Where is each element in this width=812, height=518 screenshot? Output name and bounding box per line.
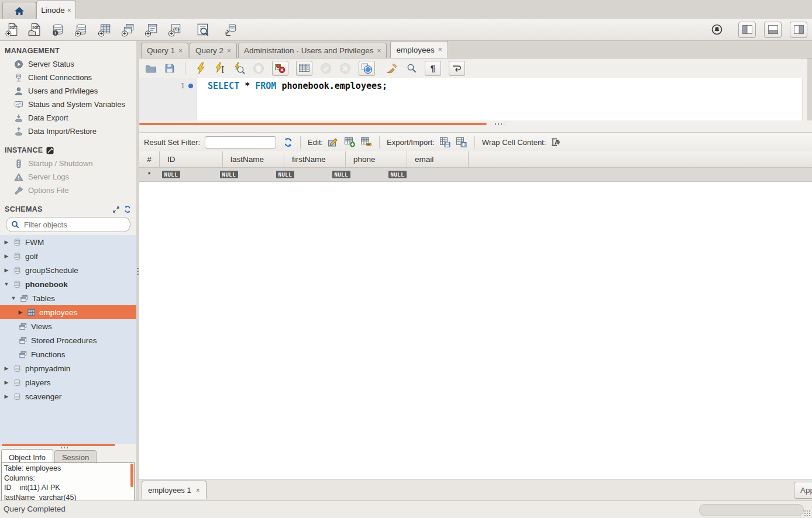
sidebar-item-server-logs[interactable]: Server Logs bbox=[0, 170, 136, 184]
grid-cell-id[interactable]: NULL bbox=[159, 171, 217, 178]
execute-current-statement-icon[interactable] bbox=[214, 62, 225, 74]
schema-filter-input[interactable] bbox=[23, 220, 128, 230]
column-header-id[interactable]: ID bbox=[160, 151, 223, 167]
schema-tree-item-tables[interactable]: ▼ Tables bbox=[0, 291, 136, 305]
connection-tab[interactable]: Linode × bbox=[36, 1, 76, 19]
close-icon[interactable]: × bbox=[67, 6, 71, 15]
notification-bell-icon[interactable] bbox=[711, 23, 723, 36]
sidebar-item-data-import[interactable]: Data Import/Restore bbox=[0, 125, 136, 138]
apply-button[interactable]: Apply bbox=[794, 482, 812, 499]
grid-new-row[interactable]: * NULL NULL NULL NULL NULL bbox=[139, 168, 812, 182]
sidebar-splitter[interactable] bbox=[0, 444, 136, 448]
column-header-rownum[interactable]: # bbox=[139, 151, 160, 167]
new-query-tab-icon[interactable]: SQL bbox=[5, 22, 19, 37]
delete-row-icon[interactable] bbox=[360, 137, 372, 147]
create-function-icon[interactable]: {0} bbox=[167, 22, 183, 37]
object-info-scrollbar[interactable] bbox=[130, 464, 133, 487]
create-view-icon[interactable] bbox=[121, 22, 136, 37]
schema-tree-item-groupschedule[interactable]: ▶ groupSchedule bbox=[0, 263, 136, 277]
sidebar-item-client-connections[interactable]: Client Connections bbox=[0, 71, 136, 84]
wrap-text-toggle[interactable] bbox=[449, 61, 465, 76]
create-table-icon[interactable] bbox=[97, 22, 112, 37]
editor-vertical-scrollbar[interactable] bbox=[802, 78, 807, 120]
tab-query-1[interactable]: Query 1 × bbox=[141, 43, 188, 58]
open-sql-script-icon[interactable]: SQL bbox=[27, 22, 42, 37]
splitter-grip[interactable] bbox=[495, 123, 504, 125]
reconnect-dbms-icon[interactable] bbox=[223, 22, 239, 37]
wrap-cell-content-icon[interactable]: A bbox=[550, 137, 561, 147]
limit-rows-toggle[interactable] bbox=[296, 61, 312, 76]
refresh-results-icon[interactable] bbox=[283, 137, 293, 147]
horizontal-scrollbar-thumb[interactable] bbox=[699, 504, 804, 516]
column-header-firstname[interactable]: firstName bbox=[284, 151, 346, 167]
import-recordset-icon[interactable] bbox=[456, 137, 467, 148]
stop-on-error-toggle[interactable] bbox=[272, 61, 288, 76]
beautify-sql-icon[interactable] bbox=[386, 63, 398, 74]
sidebar-item-startup-shutdown[interactable]: Startup / Shutdown bbox=[0, 157, 136, 170]
find-icon[interactable] bbox=[406, 63, 417, 74]
schema-tree-item-players[interactable]: ▶ players bbox=[0, 375, 136, 389]
close-icon[interactable]: × bbox=[178, 47, 183, 55]
result-tab-employees-1[interactable]: employees 1 × bbox=[142, 481, 207, 499]
close-icon[interactable]: × bbox=[377, 47, 381, 55]
chevron-icon[interactable]: ▶ bbox=[4, 267, 9, 273]
sidebar-item-server-status[interactable]: Server Status bbox=[0, 57, 136, 71]
schema-tree-item-fwm[interactable]: ▶ FWM bbox=[0, 235, 136, 249]
editor-result-splitter[interactable] bbox=[139, 120, 812, 132]
sql-code-line[interactable]: SELECT * FROM phonebook.employees; bbox=[197, 78, 802, 120]
close-icon[interactable]: × bbox=[196, 486, 200, 495]
tab-administration-users-privileges[interactable]: Administration - Users and Privileges × bbox=[238, 43, 387, 58]
column-header-phone[interactable]: phone bbox=[346, 151, 407, 167]
toggle-bottom-panel-button[interactable] bbox=[764, 22, 782, 38]
grid-cell-firstname[interactable]: NULL bbox=[273, 171, 329, 178]
autocommit-toggle[interactable] bbox=[359, 61, 375, 76]
schema-tree-item-stored-procedures[interactable]: Stored Procedures bbox=[0, 333, 136, 347]
chevron-icon[interactable]: ▶ bbox=[4, 253, 9, 259]
schema-tree-item-employees[interactable]: ▶ employees bbox=[0, 305, 136, 319]
sidebar-item-data-export[interactable]: Data Export bbox=[0, 111, 136, 125]
refresh-schemas-icon[interactable] bbox=[123, 205, 132, 213]
schema-tree-item-phpmyadmin[interactable]: ▶ phpmyadmin bbox=[0, 361, 136, 375]
splitter-grip[interactable] bbox=[61, 447, 69, 448]
explain-plan-icon[interactable] bbox=[233, 62, 245, 74]
schema-tree-item-scavenger[interactable]: ▶ scavenger bbox=[0, 389, 136, 403]
schema-tree-item-golf[interactable]: ▶ golf bbox=[0, 249, 136, 263]
sidebar-item-status-system-variables[interactable]: Status and System Variables bbox=[0, 98, 136, 111]
grid-cell-lastname[interactable]: NULL bbox=[217, 171, 273, 178]
schema-filter-box[interactable] bbox=[6, 217, 130, 232]
sql-editor[interactable]: 1 SELECT * FROM phonebook.employees; bbox=[139, 78, 807, 120]
tab-query-2[interactable]: Query 2 × bbox=[190, 43, 237, 58]
editor-horizontal-scrollbar[interactable] bbox=[139, 123, 487, 125]
chevron-icon[interactable]: ▼ bbox=[4, 281, 9, 287]
column-header-lastname[interactable]: lastName bbox=[223, 151, 284, 167]
schema-tree-item-phonebook[interactable]: ▼ phonebook bbox=[0, 277, 136, 291]
chevron-icon[interactable]: ▶ bbox=[4, 393, 9, 399]
close-icon[interactable]: × bbox=[438, 46, 442, 54]
expand-schemas-icon[interactable] bbox=[112, 206, 120, 213]
sidebar-item-users-privileges[interactable]: Users and Privileges bbox=[0, 84, 136, 98]
sidebar-item-options-file[interactable]: Options File bbox=[0, 184, 136, 197]
close-icon[interactable]: × bbox=[227, 47, 231, 55]
home-tab[interactable] bbox=[2, 2, 36, 19]
splitter-grip[interactable] bbox=[137, 268, 139, 276]
window-resize-grip[interactable] bbox=[804, 510, 811, 517]
chevron-icon[interactable]: ▼ bbox=[11, 295, 16, 301]
edit-record-icon[interactable] bbox=[328, 137, 339, 147]
grid-cell-email[interactable]: NULL bbox=[386, 171, 442, 178]
search-table-data-icon[interactable] bbox=[195, 22, 211, 37]
tab-employees[interactable]: employees × bbox=[390, 41, 448, 58]
save-script-icon[interactable] bbox=[164, 63, 175, 74]
chevron-icon[interactable]: ▶ bbox=[4, 365, 9, 371]
add-row-icon[interactable] bbox=[344, 137, 356, 147]
result-grid-body[interactable] bbox=[139, 182, 812, 479]
schema-tree-item-views[interactable]: Views bbox=[0, 319, 136, 333]
export-recordset-icon[interactable] bbox=[439, 137, 451, 148]
execute-query-icon[interactable] bbox=[195, 62, 207, 74]
object-inspector-icon[interactable]: i bbox=[50, 22, 66, 37]
show-invisibles-toggle[interactable]: ¶ bbox=[425, 61, 441, 76]
create-procedure-icon[interactable] bbox=[144, 22, 159, 37]
chevron-icon[interactable]: ▶ bbox=[4, 379, 9, 385]
column-header-email[interactable]: email bbox=[407, 151, 469, 167]
chevron-icon[interactable]: ▶ bbox=[4, 239, 9, 245]
toggle-left-sidebar-button[interactable] bbox=[738, 22, 756, 38]
